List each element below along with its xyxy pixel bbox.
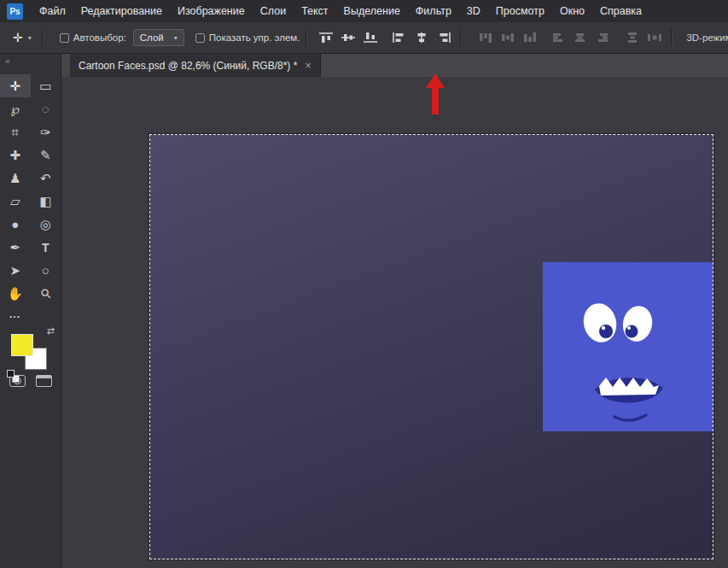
show-transform-controls-label: Показать упр. элем.: [209, 32, 300, 43]
align-horizontal-centers-button[interactable]: [411, 27, 432, 48]
quick-selection-tool[interactable]: ◌: [31, 97, 61, 120]
menu-bar: Ps ФайлРедактированиеИзображениеСлоиТекс…: [0, 0, 728, 22]
distribute-top-edges-button: [475, 27, 496, 48]
eyedropper-tool-icon: ✑: [40, 126, 51, 138]
document-tab[interactable]: Cartoon Faces.psd @ 82,6% (Синий, RGB/8*…: [70, 54, 321, 77]
close-icon[interactable]: ×: [305, 60, 312, 71]
menu-item-2[interactable]: Изображение: [170, 5, 253, 17]
blur-tool[interactable]: ●: [0, 213, 31, 236]
rectangular-marquee-tool[interactable]: ▭: [31, 74, 61, 97]
spot-healing-brush-tool[interactable]: ✚: [0, 143, 31, 167]
show-transform-controls-checkbox[interactable]: Показать упр. элем.: [195, 32, 300, 43]
lasso-tool[interactable]: ℘: [0, 97, 31, 120]
zoom-tool[interactable]: ⚲: [31, 282, 61, 305]
cartoon-face-layer[interactable]: [543, 262, 713, 431]
document-tab-title: Cartoon Faces.psd @ 82,6% (Синий, RGB/8*…: [79, 60, 297, 72]
brush-tool-icon: ✎: [40, 149, 51, 161]
edit-toolbar-button[interactable]: •••: [0, 305, 31, 328]
tool-grid: ✛▭℘◌⌗✑✚✎♟↶▱◧●◎✒T➤○✋⚲•••: [0, 67, 61, 328]
distribute-vertical-spacing-button: [622, 27, 643, 48]
menu-item-1[interactable]: Редактирование: [73, 5, 170, 17]
rectangular-marquee-tool-icon: ▭: [39, 79, 51, 92]
pen-tool-icon: ✒: [9, 241, 20, 254]
photoshop-logo: Ps: [7, 3, 23, 20]
hand-tool-icon: ✋: [7, 287, 23, 300]
align-horizontal-group: [389, 27, 454, 48]
distribute-spacing-group: [622, 27, 665, 48]
pen-tool[interactable]: ✒: [0, 236, 31, 259]
photoshop-window: { "titlebar": { "logo": "Ps" }, "menu": …: [0, 0, 728, 568]
crop-tool[interactable]: ⌗: [0, 120, 31, 143]
horizontal-type-tool-icon: T: [42, 242, 50, 254]
swap-colors-icon[interactable]: ⇄: [47, 325, 55, 337]
gradient-tool-icon: ◧: [39, 195, 51, 208]
eyedropper-tool[interactable]: ✑: [31, 120, 61, 143]
path-selection-tool[interactable]: ➤: [0, 259, 31, 282]
distribute-vertical-centers-button: [498, 27, 518, 48]
dodge-tool-icon: ◎: [40, 218, 51, 231]
move-tool[interactable]: ✛: [0, 74, 31, 97]
hand-tool[interactable]: ✋: [0, 282, 31, 305]
canvas-area[interactable]: [61, 77, 728, 568]
menu-item-4[interactable]: Текст: [294, 5, 335, 17]
ellipse-tool[interactable]: ○: [31, 259, 61, 282]
eraser-tool[interactable]: ▱: [0, 190, 31, 213]
face-background: [543, 262, 713, 431]
dodge-tool[interactable]: ◎: [31, 213, 61, 236]
lasso-tool-icon: ℘: [11, 102, 20, 115]
screen-mode-button[interactable]: [36, 375, 52, 387]
edit-toolbar-button-icon: •••: [9, 313, 20, 320]
separator: [306, 29, 306, 46]
color-swatches: ⇄: [7, 329, 56, 378]
autoselect-target-select[interactable]: Слой ▾: [133, 29, 184, 46]
brush-tool[interactable]: ✎: [31, 143, 61, 167]
distribute-right-edges-button: [593, 27, 614, 48]
menu-item-0[interactable]: Файл: [32, 5, 73, 17]
menu-item-9[interactable]: Окно: [552, 5, 592, 17]
distribute-horizontal-group: [549, 27, 614, 48]
horizontal-type-tool[interactable]: T: [31, 236, 61, 259]
eraser-tool-icon: ▱: [10, 195, 20, 208]
align-top-edges-button[interactable]: [316, 27, 336, 48]
align-vertical-group: [316, 27, 381, 48]
tab-bar: Cartoon Faces.psd @ 82,6% (Синий, RGB/8*…: [61, 54, 728, 77]
autoselect-checkbox[interactable]: Автовыбор:: [60, 32, 126, 43]
menu-item-5[interactable]: Выделение: [336, 5, 408, 17]
spot-healing-brush-tool-icon: ✚: [9, 149, 20, 161]
history-brush-tool-icon: ↶: [40, 172, 51, 184]
quick-selection-tool-icon: ◌: [42, 102, 50, 115]
menu-items: ФайлРедактированиеИзображениеСлоиТекстВы…: [32, 0, 649, 22]
foreground-color-swatch[interactable]: [11, 334, 33, 356]
options-bar: ✛ ▾ Автовыбор: Слой ▾ Показать упр. элем…: [0, 22, 728, 54]
tool-panel-header: «: [0, 54, 61, 67]
chevron-down-icon: ▾: [174, 34, 178, 42]
separator: [42, 29, 43, 46]
align-right-edges-button[interactable]: [434, 27, 454, 48]
history-brush-tool[interactable]: ↶: [31, 167, 61, 190]
tool-preset-dropdown[interactable]: ✛ ▾: [9, 28, 36, 47]
autoselect-label: Автовыбор:: [73, 32, 126, 43]
path-selection-tool-icon: ➤: [9, 264, 20, 277]
alignment-buttons: [312, 27, 665, 48]
gradient-tool[interactable]: ◧: [31, 190, 61, 213]
checkbox-icon: [195, 33, 205, 43]
document-selection-marching-ants[interactable]: [149, 134, 713, 559]
menu-item-7[interactable]: 3D: [459, 5, 488, 17]
threed-mode-label: 3D-режим:: [686, 32, 728, 43]
clone-stamp-tool[interactable]: ♟: [0, 167, 31, 190]
menu-item-3[interactable]: Слои: [253, 5, 294, 17]
chevron-down-icon: ▾: [28, 34, 32, 42]
align-bottom-edges-button[interactable]: [360, 27, 381, 48]
annotation-arrow: [424, 73, 446, 114]
move-tool-icon: ✛: [13, 31, 23, 44]
menu-item-6[interactable]: Фильтр: [408, 5, 459, 17]
distribute-horizontal-spacing-button: [644, 27, 665, 48]
separator: [671, 29, 672, 46]
collapse-panel-icon[interactable]: «: [5, 56, 10, 66]
tool-panel: « ✛▭℘◌⌗✑✚✎♟↶▱◧●◎✒T➤○✋⚲••• ⇄: [0, 54, 61, 568]
move-tool-icon: ✛: [9, 79, 20, 92]
align-vertical-centers-button[interactable]: [338, 27, 358, 48]
align-left-edges-button[interactable]: [389, 27, 410, 48]
menu-item-10[interactable]: Справка: [592, 5, 649, 17]
menu-item-8[interactable]: Просмотр: [488, 5, 552, 17]
